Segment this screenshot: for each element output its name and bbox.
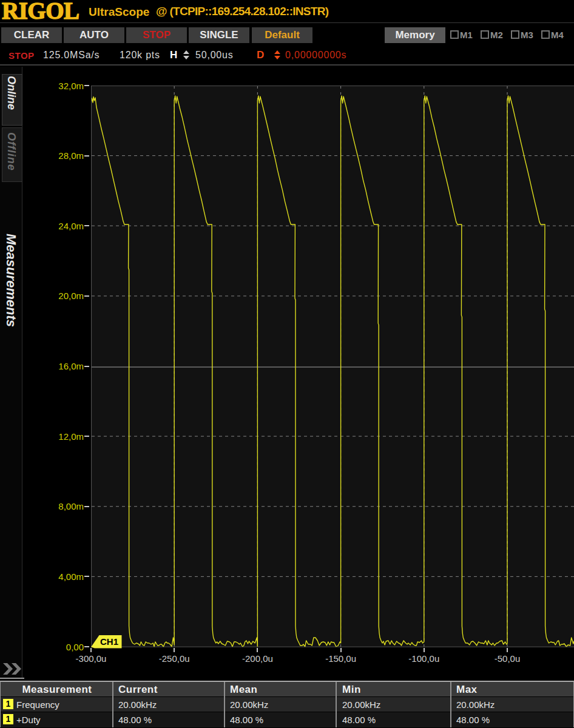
- svg-text:CH1: CH1: [100, 636, 118, 647]
